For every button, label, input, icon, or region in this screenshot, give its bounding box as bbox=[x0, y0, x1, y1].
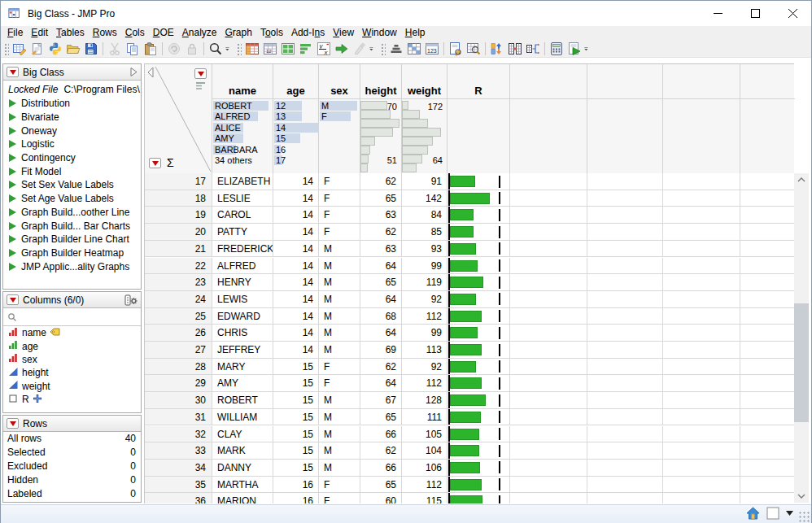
cell-age[interactable]: 15 bbox=[273, 442, 319, 460]
run-script-icon[interactable] bbox=[565, 41, 583, 57]
cell-sex[interactable]: F bbox=[319, 207, 360, 224]
menu-edit[interactable]: Edit bbox=[27, 26, 52, 40]
empty-cell[interactable] bbox=[587, 241, 663, 258]
cell-age[interactable]: 15 bbox=[273, 460, 319, 477]
fit-yx-icon[interactable]: yx bbox=[315, 41, 333, 57]
cell-sex[interactable]: F bbox=[319, 375, 360, 392]
menu-graph[interactable]: Graph bbox=[221, 26, 256, 40]
empty-cell[interactable] bbox=[510, 308, 587, 325]
row-number[interactable]: 23 bbox=[145, 274, 212, 291]
data-table-red-icon[interactable] bbox=[243, 41, 261, 57]
cell-sex[interactable]: M bbox=[319, 460, 360, 477]
cell-height[interactable]: 65 bbox=[360, 477, 402, 494]
cell-name[interactable]: CLAY bbox=[212, 426, 273, 443]
formula-calc-icon[interactable] bbox=[548, 41, 565, 57]
script-item[interactable]: Logistic bbox=[3, 137, 141, 151]
empty-cell[interactable] bbox=[510, 274, 587, 291]
python-icon[interactable] bbox=[46, 41, 64, 57]
cell-age[interactable]: 14 bbox=[273, 241, 319, 258]
column-header-sex[interactable]: sex bbox=[319, 64, 360, 99]
empty-cell[interactable] bbox=[740, 224, 794, 241]
cell-height[interactable]: 66 bbox=[360, 460, 402, 477]
empty-cell[interactable] bbox=[510, 241, 587, 258]
empty-cell[interactable] bbox=[663, 392, 740, 409]
row-number[interactable]: 35 bbox=[145, 477, 212, 494]
empty-cell[interactable] bbox=[740, 241, 794, 258]
cell-weight[interactable]: 113 bbox=[402, 342, 447, 359]
empty-cell[interactable] bbox=[587, 460, 663, 477]
cell-age[interactable]: 14 bbox=[273, 224, 319, 241]
row-number[interactable]: 24 bbox=[145, 291, 212, 308]
cell-height[interactable]: 63 bbox=[360, 241, 402, 258]
script-item[interactable]: Graph Builder Heatmap bbox=[3, 246, 141, 260]
cell-weight[interactable]: 92 bbox=[402, 359, 447, 376]
cell-R-graph[interactable] bbox=[447, 477, 510, 494]
cell-name[interactable]: MARK bbox=[212, 442, 273, 460]
cell-age[interactable]: 14 bbox=[273, 274, 319, 291]
cell-height[interactable]: 64 bbox=[360, 291, 402, 308]
empty-cell[interactable] bbox=[663, 409, 740, 426]
empty-cell[interactable] bbox=[740, 493, 794, 503]
empty-cell[interactable] bbox=[510, 291, 587, 308]
row-number[interactable]: 20 bbox=[145, 224, 212, 241]
cell-age[interactable]: 15 bbox=[273, 359, 319, 376]
rows-stat-all-rows[interactable]: All rows40 bbox=[3, 432, 141, 446]
empty-cell[interactable] bbox=[587, 392, 663, 409]
menu-doe[interactable]: DOE bbox=[149, 26, 178, 40]
cell-weight[interactable]: 91 bbox=[402, 173, 447, 190]
row-number[interactable]: 26 bbox=[145, 325, 212, 342]
empty-cell[interactable] bbox=[663, 442, 740, 460]
sex-summary-cell[interactable]: MF bbox=[319, 99, 360, 174]
row-number[interactable]: 19 bbox=[145, 207, 212, 224]
cell-name[interactable]: PATTY bbox=[212, 224, 273, 241]
cell-weight[interactable]: 119 bbox=[402, 274, 447, 291]
menu-window[interactable]: Window bbox=[358, 26, 401, 40]
cell-age[interactable]: 15 bbox=[273, 392, 319, 409]
menu-file[interactable]: File bbox=[3, 26, 27, 40]
cell-sex[interactable]: M bbox=[319, 258, 360, 275]
cell-name[interactable]: AMY bbox=[212, 375, 273, 392]
empty-cell[interactable] bbox=[663, 477, 740, 494]
empty-cell[interactable] bbox=[510, 342, 587, 359]
lock-icon[interactable] bbox=[183, 41, 201, 57]
cell-weight[interactable]: 85 bbox=[402, 224, 447, 241]
cell-weight[interactable]: 93 bbox=[402, 241, 447, 258]
row-number[interactable]: 36 bbox=[145, 493, 212, 503]
cell-height[interactable]: 65 bbox=[360, 190, 402, 207]
empty-cell[interactable] bbox=[663, 342, 740, 359]
join-tables-icon[interactable] bbox=[506, 41, 524, 57]
cell-height[interactable]: 68 bbox=[360, 308, 402, 325]
script-item[interactable]: Contingency bbox=[3, 151, 141, 165]
launch-arrow-icon[interactable] bbox=[333, 41, 351, 57]
row-number[interactable]: 17 bbox=[145, 173, 212, 190]
cell-R-graph[interactable] bbox=[447, 207, 510, 224]
resize-grip[interactable] bbox=[798, 511, 810, 522]
cell-weight[interactable]: 105 bbox=[402, 426, 447, 443]
cell-R-graph[interactable] bbox=[447, 173, 510, 190]
menu-analyze[interactable]: Analyze bbox=[178, 26, 221, 40]
cell-R-graph[interactable] bbox=[447, 258, 510, 275]
cell-R-graph[interactable] bbox=[447, 460, 510, 477]
menu-cols[interactable]: Cols bbox=[121, 26, 149, 40]
cell-sex[interactable]: M bbox=[319, 392, 360, 409]
empty-cell[interactable] bbox=[587, 477, 663, 494]
empty-cell[interactable] bbox=[663, 426, 740, 443]
cell-age[interactable]: 14 bbox=[273, 325, 319, 342]
row-number[interactable]: 18 bbox=[145, 190, 212, 207]
empty-cell[interactable] bbox=[510, 207, 587, 224]
empty-cell[interactable] bbox=[663, 274, 740, 291]
menu-help[interactable]: Help bbox=[401, 26, 430, 40]
cell-age[interactable]: 14 bbox=[273, 173, 319, 190]
cell-weight[interactable]: 142 bbox=[402, 190, 447, 207]
row-number[interactable]: 32 bbox=[145, 426, 212, 443]
cell-height[interactable]: 67 bbox=[360, 392, 402, 409]
rows-menu-icon[interactable] bbox=[149, 158, 161, 168]
row-number[interactable]: 30 bbox=[145, 392, 212, 409]
empty-cell[interactable] bbox=[587, 409, 663, 426]
empty-cell[interactable] bbox=[663, 375, 740, 392]
cell-name[interactable]: WILLIAM bbox=[212, 409, 273, 426]
cell-name[interactable]: CHRIS bbox=[212, 325, 273, 342]
cell-height[interactable]: 65 bbox=[360, 409, 402, 426]
scroll-up-icon[interactable] bbox=[794, 173, 809, 186]
empty-cell[interactable] bbox=[740, 274, 794, 291]
